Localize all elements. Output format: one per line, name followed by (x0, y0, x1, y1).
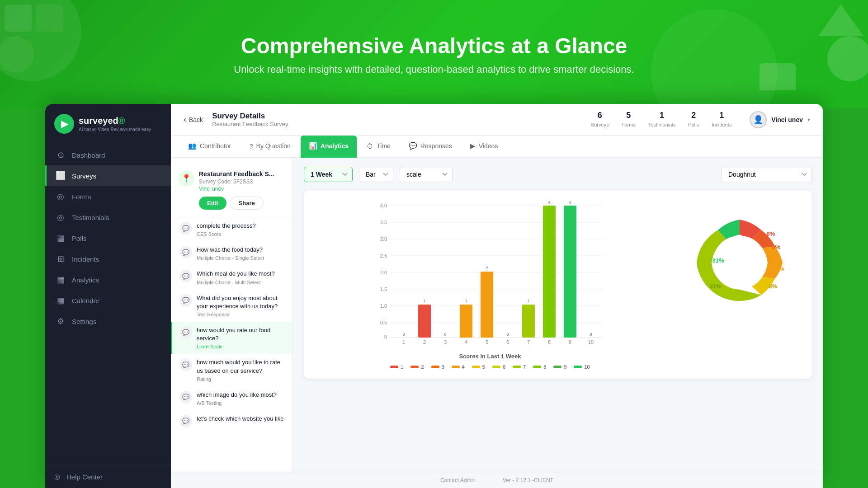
version-info: Ver - 2.12.1 -CLIENT (503, 477, 553, 483)
svg-rect-45 (543, 206, 556, 338)
question-item-7[interactable]: 💬 which image do you like most? A/B Test… (171, 386, 292, 410)
svg-text:8%: 8% (772, 244, 780, 250)
sidebar-item-label: Calender (72, 297, 99, 305)
testimonials-label: Testimonials (648, 122, 676, 127)
tab-responses[interactable]: 💬 Responses (401, 136, 460, 158)
question-item-3[interactable]: 💬 Which meal do you like most? Multiple … (171, 265, 292, 289)
tab-time-label: Time (377, 142, 391, 150)
filter-bar: 1 Week 2 Weeks 1 Month 3 Months Bar Line… (304, 167, 812, 182)
sidebar-item-label: Dashboard (72, 151, 105, 159)
dashboard-icon: ⊙ (56, 150, 66, 160)
svg-text:2.0: 2.0 (380, 270, 387, 275)
tab-byquestion[interactable]: ? By Question (241, 136, 299, 158)
legend-4: 4 (452, 364, 465, 370)
q-type-4: Text Response (197, 312, 285, 317)
svg-rect-48 (564, 206, 576, 338)
tab-time[interactable]: ⏱ Time (359, 136, 399, 158)
svg-text:15%: 15% (772, 265, 784, 272)
main-content: ‹ Back Survey Details Restaurant Feedbac… (171, 104, 823, 488)
q-icon-4: 💬 (179, 294, 192, 307)
contributor-icon: 👥 (188, 142, 197, 150)
sidebar-item-incidents[interactable]: ⊞ Incidents (45, 249, 171, 269)
help-center-item[interactable]: ◎ Help Center (54, 473, 162, 481)
svg-text:4: 4 (465, 339, 467, 345)
tab-contributor[interactable]: 👥 Contributor (180, 136, 239, 158)
user-area[interactable]: 👤 Vinci unev ▾ (750, 111, 810, 128)
q-type-7: A/B Testing (197, 400, 277, 406)
contact-admin: Contact Admin (440, 477, 476, 483)
svg-marker-3 (818, 5, 863, 36)
legend-7: 7 (513, 364, 526, 370)
question-item-5[interactable]: 💬 how would you rate our food service? L… (171, 322, 292, 354)
svg-text:0: 0 (444, 332, 446, 337)
svg-text:1.0: 1.0 (380, 303, 387, 309)
svg-text:3.5: 3.5 (380, 220, 387, 225)
q-text-5: how would you rate our food service? (197, 326, 285, 343)
svg-text:2.5: 2.5 (380, 253, 387, 258)
edit-button[interactable]: Edit (199, 197, 226, 210)
svg-text:2: 2 (423, 339, 426, 345)
sidebar-item-surveys[interactable]: ⬜ Surveys (45, 165, 171, 186)
settings-icon: ⚙ (56, 316, 66, 326)
svg-rect-1 (36, 5, 63, 32)
content-area: 📍 Restaurant Feedback S... Survey Code: … (171, 158, 823, 472)
question-item-2[interactable]: 💬 How was the food today? Multiple Choic… (171, 241, 292, 265)
sidebar-item-analytics[interactable]: ▦ Analytics (45, 269, 171, 290)
svg-text:1: 1 (465, 299, 467, 303)
doughnut-filter[interactable]: Doughnut Pie (722, 167, 812, 182)
stat-forms: 5 Forms (622, 111, 636, 128)
analytics-icon: ▦ (56, 275, 66, 285)
surveys-icon: ⬜ (56, 171, 66, 181)
tab-videos[interactable]: ▶ Videos (462, 136, 506, 158)
q-text-3: Which meal do you like most? (197, 270, 275, 278)
sidebar-logo: ▶ surveyed® AI based Video Reviews made … (45, 104, 171, 141)
sidebar-item-forms[interactable]: ◎ Forms (45, 186, 171, 207)
back-arrow-icon: ‹ (184, 115, 186, 124)
sidebar-nav: ⊙ Dashboard ⬜ Surveys ◎ Forms ◎ Testimon… (45, 141, 171, 465)
sidebar-item-label: Surveys (72, 172, 96, 180)
q-icon-7: 💬 (179, 391, 192, 404)
svg-text:0: 0 (402, 332, 405, 337)
q-text-8: let's check which website you like (197, 415, 284, 423)
q-type-5: Likert Scale (197, 344, 285, 349)
time-icon: ⏱ (367, 142, 373, 150)
back-button[interactable]: ‹ Back (184, 115, 203, 124)
svg-text:1: 1 (402, 339, 405, 345)
week-filter[interactable]: 1 Week 2 Weeks 1 Month 3 Months (304, 167, 353, 182)
share-button[interactable]: Share (230, 197, 264, 210)
q-text-1: complete the process? (197, 222, 256, 230)
question-item-1[interactable]: 💬 complete the process? CES Score (171, 217, 292, 241)
chart-type-filter[interactable]: Bar Line Area (359, 167, 393, 182)
survey-card: 📍 Restaurant Feedback S... Survey Code: … (171, 165, 292, 217)
q-icon-5: 💬 (179, 326, 192, 339)
q-text-6: how much would you like to rate us based… (197, 358, 285, 375)
q-type-1: CES Score (197, 231, 256, 237)
survey-details-title: Survey Details (212, 112, 582, 121)
svg-text:3.0: 3.0 (380, 236, 387, 242)
sidebar-item-polls[interactable]: ▦ Polls (45, 228, 171, 249)
back-label: Back (189, 116, 203, 123)
sidebar-item-calender[interactable]: ▦ Calender (45, 290, 171, 311)
tab-analytics-label: Analytics (321, 142, 349, 150)
topbar: ‹ Back Survey Details Restaurant Feedbac… (171, 104, 823, 136)
polls-count: 2 (688, 111, 699, 120)
sidebar-item-label: Polls (72, 235, 87, 242)
svg-text:0: 0 (506, 332, 509, 337)
testimonials-icon: ◎ (56, 212, 66, 222)
question-item-4[interactable]: 💬 What did you enjoy most about your exp… (171, 290, 292, 322)
tab-analytics[interactable]: 📊 Analytics (301, 136, 357, 158)
tab-byquestion-label: By Question (256, 142, 291, 150)
svg-text:1: 1 (527, 299, 529, 303)
question-item-8[interactable]: 💬 let's check which website you like (171, 410, 292, 432)
scale-filter[interactable]: scale percentage count (400, 167, 453, 182)
tabs-bar: 👥 Contributor ? By Question 📊 Analytics … (171, 136, 823, 158)
svg-rect-36 (481, 272, 493, 338)
sidebar-item-dashboard[interactable]: ⊙ Dashboard (45, 145, 171, 165)
sidebar-item-settings[interactable]: ⚙ Settings (45, 311, 171, 332)
svg-text:8: 8 (548, 339, 551, 345)
sidebar-item-testimonials[interactable]: ◎ Testimonials (45, 207, 171, 228)
tab-responses-label: Responses (420, 142, 452, 150)
bottombar: Contact Admin Ver - 2.12.1 -CLIENT (171, 472, 823, 488)
question-item-6[interactable]: 💬 how much would you like to rate us bas… (171, 354, 292, 386)
svg-text:8%: 8% (766, 230, 775, 237)
